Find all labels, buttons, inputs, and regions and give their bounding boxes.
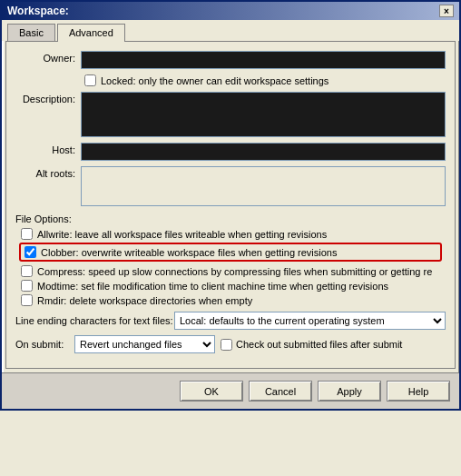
- rmdir-label: Rmdir: delete workspace directories when…: [37, 295, 252, 306]
- tab-advanced[interactable]: Advanced: [57, 24, 125, 42]
- help-button[interactable]: Help: [387, 381, 450, 402]
- on-submit-row: On submit: Revert unchanged files Check …: [15, 335, 446, 353]
- tab-basic[interactable]: Basic: [7, 24, 55, 41]
- window-title: Workspace:: [7, 5, 69, 17]
- allwrite-label: Allwrite: leave all workspace files writ…: [37, 229, 327, 240]
- checkout-checkbox[interactable]: [221, 339, 232, 351]
- locked-row: Locked: only the owner can edit workspac…: [15, 74, 446, 86]
- on-submit-label: On submit:: [15, 339, 74, 350]
- description-input[interactable]: [81, 92, 446, 137]
- alt-roots-label: Alt roots:: [15, 166, 81, 179]
- alt-roots-input[interactable]: [81, 166, 446, 206]
- tab-bar: Basic Advanced: [2, 20, 459, 41]
- line-ending-row: Line ending characters for text files: L…: [15, 312, 446, 330]
- locked-checkbox[interactable]: [84, 74, 96, 86]
- line-ending-label: Line ending characters for text files:: [15, 315, 174, 326]
- allwrite-checkbox[interactable]: [21, 228, 33, 240]
- tab-content-advanced: Owner: Locked: only the owner can edit w…: [5, 41, 456, 369]
- apply-button[interactable]: Apply: [318, 381, 381, 402]
- close-button[interactable]: ×: [439, 5, 454, 17]
- host-label: Host:: [15, 143, 81, 155]
- clobber-label: Clobber: overwrite writeable workspace f…: [41, 247, 337, 258]
- host-input[interactable]: [81, 143, 446, 161]
- workspace-dialog: Workspace: × Basic Advanced Owner: Locke…: [0, 0, 461, 411]
- file-options-title: File Options:: [15, 213, 446, 224]
- owner-input[interactable]: [81, 51, 446, 69]
- locked-label: Locked: only the owner can edit workspac…: [101, 75, 329, 86]
- modtime-label: Modtime: set file modification time to c…: [37, 281, 388, 292]
- alt-roots-row: Alt roots:: [15, 166, 446, 206]
- compress-checkbox[interactable]: [21, 265, 33, 277]
- owner-label: Owner:: [15, 51, 81, 64]
- modtime-checkbox[interactable]: [21, 280, 33, 292]
- button-row: OK Cancel Apply Help: [2, 372, 459, 409]
- on-submit-select[interactable]: Revert unchanged files: [74, 335, 215, 353]
- rmdir-checkbox[interactable]: [21, 294, 33, 306]
- cancel-button[interactable]: Cancel: [249, 381, 312, 402]
- checkout-label: Check out submitted files after submit: [236, 339, 402, 350]
- titlebar: Workspace: ×: [2, 2, 459, 20]
- checkout-row: Check out submitted files after submit: [221, 339, 402, 351]
- compress-label: Compress: speed up slow connections by c…: [37, 266, 432, 277]
- description-row: Description:: [15, 92, 446, 137]
- description-label: Description:: [15, 92, 81, 104]
- compress-row: Compress: speed up slow connections by c…: [21, 265, 446, 277]
- rmdir-row: Rmdir: delete workspace directories when…: [21, 294, 446, 306]
- clobber-row: Clobber: overwrite writeable workspace f…: [19, 243, 442, 262]
- ok-button[interactable]: OK: [180, 381, 243, 402]
- file-options-section: File Options: Allwrite: leave all worksp…: [15, 213, 446, 306]
- line-ending-select[interactable]: Local: defaults to the current operating…: [174, 312, 446, 330]
- allwrite-row: Allwrite: leave all workspace files writ…: [21, 228, 446, 240]
- host-row: Host:: [15, 143, 446, 161]
- owner-row: Owner:: [15, 51, 446, 69]
- clobber-checkbox[interactable]: [25, 246, 36, 258]
- modtime-row: Modtime: set file modification time to c…: [21, 280, 446, 292]
